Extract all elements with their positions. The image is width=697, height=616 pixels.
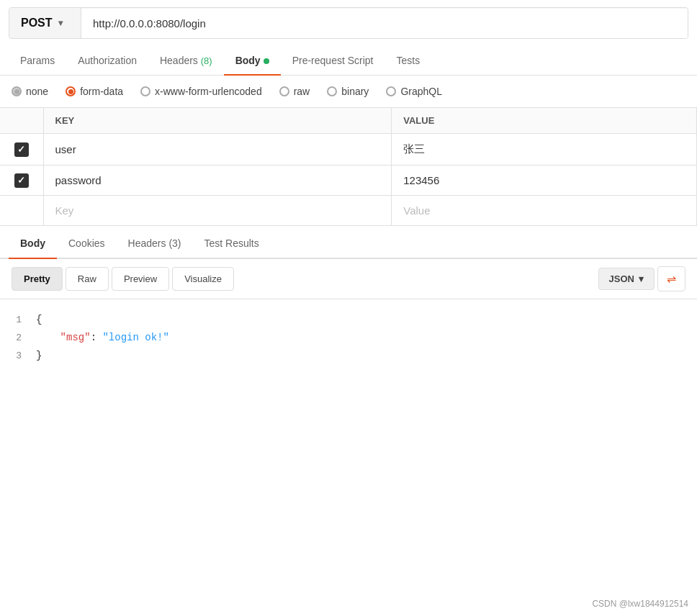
response-tab-body[interactable]: Body	[9, 229, 57, 258]
tab-params[interactable]: Params	[9, 46, 66, 75]
row2-checkbox[interactable]: ✓	[0, 166, 43, 195]
col-key-header: KEY	[43, 108, 392, 134]
response-tab-test-results[interactable]: Test Results	[193, 229, 271, 258]
json-format-selector[interactable]: JSON ▾	[598, 268, 655, 290]
table-row: ✓ password 123456	[0, 166, 697, 196]
radio-form-data-circle	[66, 86, 76, 96]
tab-body[interactable]: Body	[224, 46, 281, 75]
url-input[interactable]	[81, 9, 688, 38]
code-area: 1 { 2 "msg": "login ok!" 3 }	[0, 299, 697, 377]
radio-urlencoded-circle	[140, 86, 150, 96]
params-table: KEY VALUE ✓ user 张三	[0, 108, 697, 226]
tab-pre-request[interactable]: Pre-request Script	[281, 46, 385, 75]
method-label: POST	[21, 17, 53, 30]
format-pretty[interactable]: Pretty	[12, 267, 63, 291]
body-type-row: none form-data x-www-form-urlencoded raw…	[0, 76, 697, 108]
radio-none-circle	[12, 86, 22, 96]
wrap-icon: ⇌	[667, 272, 676, 286]
response-tab-cookies[interactable]: Cookies	[57, 229, 117, 258]
tab-authorization[interactable]: Authorization	[66, 46, 148, 75]
chevron-down-icon: ▾	[58, 18, 63, 28]
radio-binary[interactable]: binary	[327, 86, 369, 97]
radio-graphql-circle	[386, 86, 396, 96]
radio-none[interactable]: none	[12, 86, 48, 97]
body-dot-icon	[264, 58, 269, 64]
radio-graphql[interactable]: GraphQL	[386, 86, 442, 97]
table-row-empty: Key Value	[0, 196, 697, 226]
empty-value[interactable]: Value	[392, 196, 696, 225]
code-line-3: 3 }	[0, 347, 697, 365]
code-line-2: 2 "msg": "login ok!"	[0, 329, 697, 347]
response-tabs: Body Cookies Headers (3) Test Results	[0, 229, 697, 259]
radio-raw-circle	[279, 86, 289, 96]
row1-key[interactable]: user	[44, 135, 392, 164]
chevron-down-icon: ▾	[639, 273, 644, 284]
row2-value[interactable]: 123456	[392, 166, 696, 195]
tab-headers[interactable]: Headers (8)	[148, 46, 224, 75]
radio-urlencoded[interactable]: x-www-form-urlencoded	[140, 86, 262, 97]
format-visualize[interactable]: Visualize	[172, 267, 234, 291]
url-bar: POST ▾	[9, 7, 688, 39]
col-value-header: VALUE	[392, 108, 697, 134]
radio-binary-circle	[327, 86, 337, 96]
tab-tests[interactable]: Tests	[385, 46, 431, 75]
format-raw[interactable]: Raw	[66, 267, 109, 291]
empty-key[interactable]: Key	[44, 196, 392, 225]
wrap-button[interactable]: ⇌	[657, 266, 685, 291]
table-row: ✓ user 张三	[0, 134, 697, 166]
response-tab-headers[interactable]: Headers (3)	[117, 229, 193, 258]
radio-form-data[interactable]: form-data	[66, 86, 123, 97]
col-check-header	[0, 108, 43, 134]
format-preview[interactable]: Preview	[112, 267, 169, 291]
row2-key[interactable]: password	[44, 166, 392, 195]
row1-checkbox[interactable]: ✓	[0, 135, 43, 164]
code-line-1: 1 {	[0, 311, 697, 329]
response-toolbar: Pretty Raw Preview Visualize JSON ▾ ⇌	[0, 259, 697, 299]
request-tabs: Params Authorization Headers (8) Body Pr…	[0, 46, 697, 76]
radio-raw[interactable]: raw	[279, 86, 310, 97]
row1-value[interactable]: 张三	[392, 134, 696, 165]
method-dropdown[interactable]: POST ▾	[9, 8, 81, 38]
